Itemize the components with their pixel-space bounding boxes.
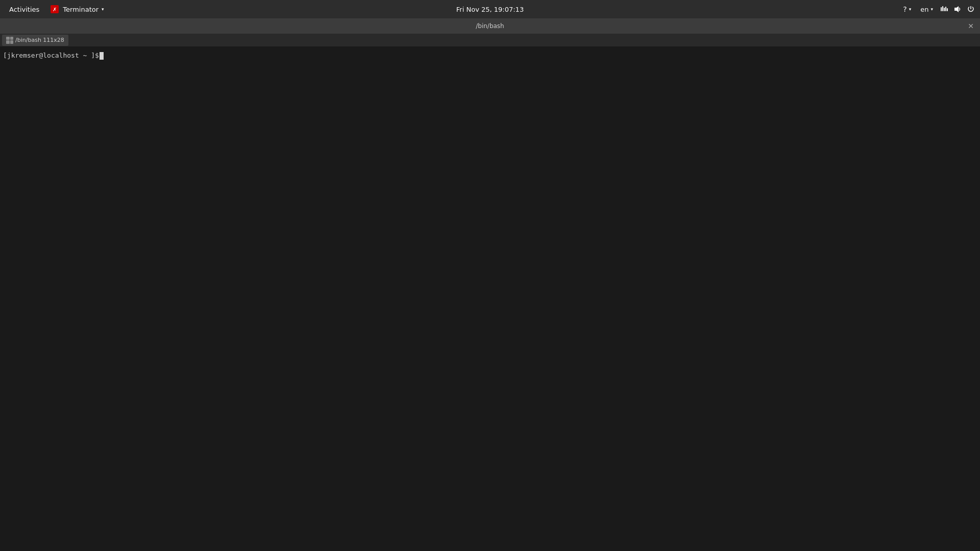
help-menu[interactable]: ? ▾: [900, 4, 914, 14]
svg-rect-2: [944, 8, 945, 11]
title-bar: /bin/bash ✕: [0, 18, 980, 34]
terminator-icon: ✗: [51, 5, 59, 13]
window-title: /bin/bash: [476, 22, 504, 30]
system-bar-right: ? ▾ en ▾: [900, 4, 976, 14]
app-menu[interactable]: ✗ Terminator ▾: [46, 3, 108, 15]
prompt-text: [jkremser@localhost ~ ]$: [3, 51, 99, 60]
terminal-area[interactable]: [jkremser@localhost ~ ]$: [0, 47, 980, 551]
app-menu-label: Terminator: [63, 6, 99, 13]
system-bar-clock: Fri Nov 25, 19:07:13: [456, 6, 524, 13]
svg-rect-4: [947, 8, 948, 11]
system-bar-left: Activities ✗ Terminator ▾: [4, 3, 108, 15]
network-icon[interactable]: [939, 4, 949, 14]
app-menu-chevron: ▾: [102, 7, 104, 12]
language-label: en: [920, 6, 928, 13]
power-icon[interactable]: [966, 4, 976, 14]
tab-label: /bin/bash 111x28: [15, 37, 64, 43]
language-menu[interactable]: en ▾: [917, 5, 936, 14]
svg-rect-0: [941, 7, 942, 11]
prompt-line: [jkremser@localhost ~ ]$: [3, 51, 977, 60]
tab-bar: /bin/bash 111x28: [0, 34, 980, 47]
help-icon: ?: [903, 5, 906, 13]
language-chevron: ▾: [930, 7, 933, 12]
svg-rect-3: [945, 7, 946, 11]
tab-layout-icon: [6, 37, 13, 44]
close-button[interactable]: ✕: [966, 21, 976, 31]
activities-button[interactable]: Activities: [4, 4, 44, 15]
svg-rect-1: [942, 6, 943, 11]
cursor: [100, 52, 104, 60]
help-chevron: ▾: [909, 7, 912, 12]
terminator-window: /bin/bash ✕ /bin/bash 111x28 [jkremser@l…: [0, 18, 980, 551]
system-bar: Activities ✗ Terminator ▾ Fri Nov 25, 19…: [0, 0, 980, 18]
volume-icon[interactable]: [952, 4, 963, 14]
terminal-tab[interactable]: /bin/bash 111x28: [2, 35, 68, 46]
svg-marker-5: [954, 6, 959, 12]
